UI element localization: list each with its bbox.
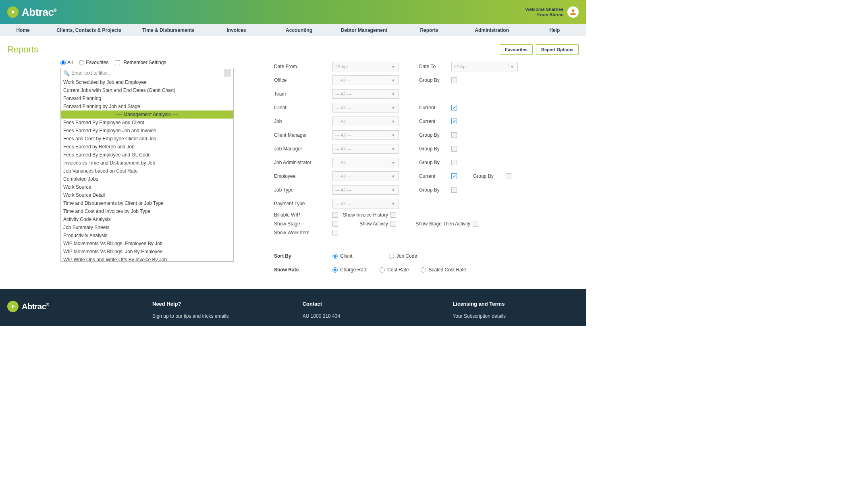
nav-time[interactable]: Time & Disbursements	[132, 27, 205, 33]
label-employee-current: Current	[399, 173, 451, 179]
select-office[interactable]: --- All ---▾	[332, 75, 399, 85]
checkbox-job-mgr-groupby[interactable]	[451, 146, 457, 152]
list-item[interactable]: Forward Planning by Job and Stage	[61, 102, 233, 110]
nav-home[interactable]: Home	[0, 27, 46, 33]
list-item[interactable]: Work Source Detail	[61, 191, 233, 199]
checkbox-remember[interactable]: Remember Settings	[115, 60, 166, 65]
label-sort-by: Sort By	[274, 253, 332, 259]
label-employee: Employee	[274, 173, 332, 179]
checkbox-client-current[interactable]	[451, 105, 457, 110]
report-options-button[interactable]: Report Options	[536, 44, 579, 55]
radio-sort-jobcode[interactable]: Job Code	[389, 253, 417, 259]
label-job-type: Job Type	[274, 187, 332, 193]
list-item[interactable]: Productivity Analysis	[61, 231, 233, 240]
footer-logo[interactable]: Abtrac®	[7, 301, 128, 312]
footer-phone-au[interactable]: AU 1800 218 434	[303, 313, 429, 319]
footer-contact: Contact	[303, 301, 429, 307]
select-payment-type[interactable]: --- All ---▾	[332, 199, 399, 208]
brand-logo[interactable]: Abtrac®	[7, 6, 56, 19]
list-item[interactable]: Time and Cost and Invoices by Job Type	[61, 207, 233, 215]
list-item[interactable]: Fees Earned By Employee and GL Code	[61, 151, 233, 159]
checkbox-job-current[interactable]	[451, 119, 457, 124]
select-job-type[interactable]: --- All ---▾	[332, 185, 399, 195]
select-date-from[interactable]: 22 Apr▾	[332, 62, 399, 71]
list-item[interactable]: WIP Movements Vs Billings, Job By Employ…	[61, 248, 233, 256]
radio-scaled-cost-rate[interactable]: Scaled Cost Rate	[421, 267, 466, 273]
list-item[interactable]: Work Scheduled by Job and Employee	[61, 78, 233, 86]
search-icon: 🔍	[63, 70, 70, 76]
radio-all[interactable]: All	[60, 60, 73, 65]
checkbox-employee-groupby[interactable]	[506, 173, 511, 179]
footer-subscription-link[interactable]: Your Subscription details	[453, 313, 579, 319]
favourites-button[interactable]: Favourites	[500, 44, 533, 55]
list-item[interactable]: Fees Earned By Employee Job and Invoice	[61, 127, 233, 135]
footer: Abtrac® Need Help? Sign up to our tips a…	[0, 289, 586, 326]
checkbox-show-activity[interactable]	[390, 221, 396, 227]
footer-col-help: Need Help? Sign up to our tips and trick…	[152, 301, 278, 322]
list-item[interactable]: Fees Earned By Employee And Client	[61, 119, 233, 127]
label-date-from: Date From	[274, 64, 332, 69]
radio-favourites[interactable]: Favourites	[79, 60, 108, 65]
label-office: Office	[274, 77, 332, 83]
select-job-admin[interactable]: --- All ---▾	[332, 158, 399, 167]
list-item[interactable]: Job Variances based on Cost Rate	[61, 167, 233, 175]
select-employee[interactable]: --- All ---▾	[332, 171, 399, 181]
checkbox-employee-current[interactable]	[451, 173, 457, 179]
nav-invoices[interactable]: Invoices	[205, 27, 268, 33]
list-item[interactable]: WIP Movements Vs Billings, Employee By J…	[61, 240, 233, 248]
nav-reports[interactable]: Reports	[398, 27, 461, 33]
list-item[interactable]: Work Source	[61, 183, 233, 191]
footer-licensing: Licensing and Terms	[453, 301, 579, 307]
select-team[interactable]: --- All ---▾	[332, 89, 399, 99]
nav-help[interactable]: Help	[523, 27, 586, 33]
checkbox-show-work-item[interactable]	[332, 230, 338, 235]
label-show-stage-then-activity: Show Stage Then Activity	[396, 221, 473, 227]
nav-accounting[interactable]: Accounting	[268, 27, 330, 33]
checkbox-billable-wip[interactable]	[332, 212, 338, 218]
label-job-mgr-groupby: Group By	[399, 146, 451, 152]
label-payment-type: Payment Type	[274, 201, 332, 206]
label-client-current: Current	[399, 105, 451, 110]
clear-icon[interactable]	[224, 69, 231, 77]
report-list[interactable]: Work Scheduled by Job and EmployeeCurren…	[60, 78, 234, 262]
list-item[interactable]: Invoices vs Time and Disbursement by Job	[61, 159, 233, 167]
report-list-panel: All Favourites Remember Settings 🔍 Work …	[60, 60, 234, 277]
radio-sort-client[interactable]: Client	[332, 253, 353, 259]
checkbox-office-groupby[interactable]	[451, 77, 457, 83]
list-item[interactable]: Fees Earned by Referee and Job	[61, 143, 233, 151]
label-job: Job	[274, 119, 332, 124]
welcome-block: Welcome Sharnee From Abtrac	[525, 6, 579, 18]
select-date-to[interactable]: 22 Apr▾	[451, 62, 518, 71]
select-job-manager[interactable]: --- All ---▾	[332, 144, 399, 154]
label-billable-wip: Billable WIP	[274, 212, 332, 218]
radio-cost-rate[interactable]: Cost Rate	[380, 267, 409, 273]
nav-admin[interactable]: Administration	[461, 27, 523, 33]
list-item[interactable]: Current Jobs with Start and End Dates (G…	[61, 86, 233, 94]
footer-tips-link[interactable]: Sign up to our tips and tricks emails	[152, 313, 278, 319]
list-item[interactable]: Fees and Cost by Employee Client and Job	[61, 135, 233, 143]
checkbox-show-stage-then-activity[interactable]	[473, 221, 478, 227]
avatar-icon[interactable]	[567, 6, 579, 18]
list-item[interactable]: Job Summary Sheets	[61, 223, 233, 231]
label-show-activity: Show Activity	[338, 221, 390, 227]
select-client-manager[interactable]: --- All ---▾	[332, 130, 399, 140]
nav-debtor[interactable]: Debtor Management	[330, 27, 398, 33]
checkbox-show-stage[interactable]	[332, 221, 338, 227]
search-input-wrap: 🔍	[60, 68, 234, 78]
checkbox-job-type-groupby[interactable]	[451, 187, 457, 193]
list-item[interactable]: Forward Planning	[61, 94, 233, 102]
select-job[interactable]: --- All ---▾	[332, 117, 399, 126]
list-item[interactable]: Time and Disbursements by Client or Job …	[61, 199, 233, 207]
nav-clients[interactable]: Clients, Contacts & Projects	[46, 27, 132, 33]
radio-charge-rate[interactable]: Charge Rate	[332, 267, 368, 273]
search-input[interactable]	[71, 70, 224, 76]
select-client[interactable]: --- All ---▾	[332, 103, 399, 112]
list-item[interactable]: Activity Code Analysis	[61, 215, 233, 223]
checkbox-show-invoice-history[interactable]	[390, 212, 396, 218]
checkbox-job-admin-groupby[interactable]	[451, 160, 457, 165]
footer-need-help: Need Help?	[152, 301, 278, 307]
list-item[interactable]: WIP Write Ons and Write Offs By Invoice …	[61, 256, 233, 262]
checkbox-client-mgr-groupby[interactable]	[451, 132, 457, 138]
list-item[interactable]: Completed Jobs	[61, 175, 233, 183]
label-job-admin-groupby: Group By	[399, 160, 451, 165]
